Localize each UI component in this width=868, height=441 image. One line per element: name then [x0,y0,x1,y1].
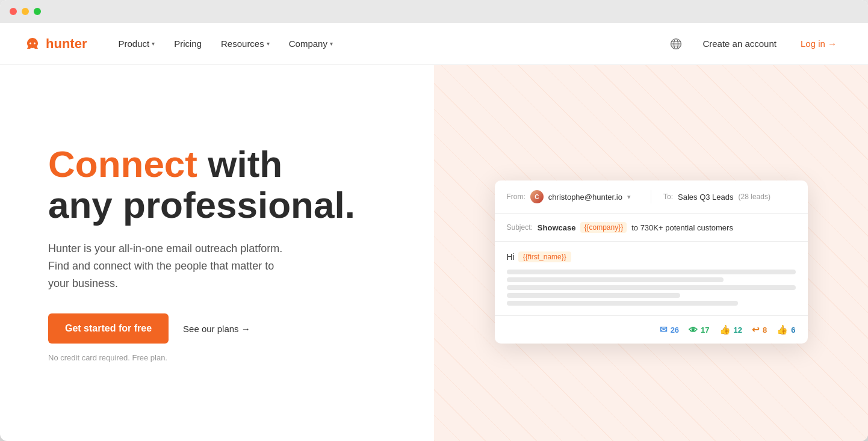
email-to: To: Sales Q3 Leads (28 leads) [663,190,796,203]
hero-left: Connect withany professional. Hunter is … [0,65,434,441]
company-variable: {{company}} [580,222,627,233]
hero-actions: Get started for free See our plans → [48,313,386,344]
email-stat-value: 26 [671,325,679,335]
to-list: Sales Q3 Leads [678,193,734,202]
no-credit-card-text: No credit card required. Free plan. [48,353,386,362]
subject-label: Subject: [507,223,533,232]
hero-section: Connect withany professional. Hunter is … [0,65,868,441]
language-button[interactable] [666,34,686,54]
clicks-stat-value: 12 [734,325,742,335]
globe-icon [670,38,682,50]
hero-title-highlight: Connect [48,143,197,185]
page-content: hunter Product Pricing Resources Company [0,23,868,441]
nav-resources[interactable]: Resources [214,34,277,54]
greeting-hi: Hi [507,252,515,262]
hero-title: Connect withany professional. [48,144,386,226]
company-chevron [330,40,333,47]
titlebar [0,0,868,23]
body-line [507,270,796,274]
subject-rest: to 730K+ potential customers [631,223,733,232]
nav-company[interactable]: Company [282,34,340,54]
body-line [507,293,680,298]
stat-emails: ✉ 26 [660,324,679,335]
email-from: From: C christophe@hunter.io ▾ [507,190,652,203]
to-label: To: [663,193,673,201]
likes-stat-value: 6 [791,325,795,335]
product-chevron [152,40,155,47]
replies-stat-icon: ↩ [752,324,760,335]
body-line [507,301,738,306]
from-email: christophe@hunter.io [548,193,622,202]
email-subject: Subject: Showcase {{company}} to 730K+ p… [495,214,808,242]
clicks-stat-icon: 👍 [719,324,731,335]
stat-likes: 👍 6 [777,324,795,335]
login-button[interactable]: Log in → [793,34,844,54]
email-stats: ✉ 26 👁 17 👍 12 ↩ 8 [495,315,808,344]
hero-description: Hunter is your all-in-one email outreach… [48,240,301,292]
sender-avatar: C [530,190,544,203]
nav-pricing[interactable]: Pricing [167,34,209,54]
subject-text: Showcase [538,223,576,232]
logo-text: hunter [46,36,87,52]
opens-stat-value: 17 [701,325,709,335]
nav-product[interactable]: Product [111,34,162,54]
greeting: Hi {{first_name}} [507,251,796,262]
stat-clicks: 👍 12 [719,324,742,335]
stat-replies: ↩ 8 [752,324,767,335]
opens-stat-icon: 👁 [689,325,698,335]
body-lines [507,270,796,306]
body-line [507,277,724,282]
logo-icon [24,35,41,52]
hero-right: From: C christophe@hunter.io ▾ To: Sales… [434,65,868,441]
first-name-variable: {{first_name}} [518,251,571,262]
get-started-button[interactable]: Get started for free [48,313,169,344]
svg-point-1 [34,42,36,44]
body-line [507,285,796,290]
email-stat-icon: ✉ [660,324,668,335]
minimize-dot[interactable] [22,8,29,15]
stat-opens: 👁 17 [689,325,709,335]
navigation: hunter Product Pricing Resources Company [0,23,868,65]
see-plans-link[interactable]: See our plans → [183,324,250,334]
create-account-button[interactable]: Create an account [695,34,784,54]
to-count: (28 leads) [739,193,770,201]
email-card: From: C christophe@hunter.io ▾ To: Sales… [495,180,808,344]
email-body: Hi {{first_name}} [495,242,808,315]
logo-link[interactable]: hunter [24,35,87,52]
from-label: From: [507,193,525,201]
nav-links: Product Pricing Resources Company [111,34,666,54]
browser-window: hunter Product Pricing Resources Company [0,0,868,441]
svg-point-0 [29,42,31,44]
maximize-dot[interactable] [34,8,41,15]
likes-stat-icon: 👍 [777,324,788,335]
nav-right: Create an account Log in → [666,34,844,54]
from-chevron: ▾ [627,193,631,201]
close-dot[interactable] [10,8,17,15]
email-header: From: C christophe@hunter.io ▾ To: Sales… [495,180,808,214]
replies-stat-value: 8 [763,325,767,335]
resources-chevron [267,40,270,47]
